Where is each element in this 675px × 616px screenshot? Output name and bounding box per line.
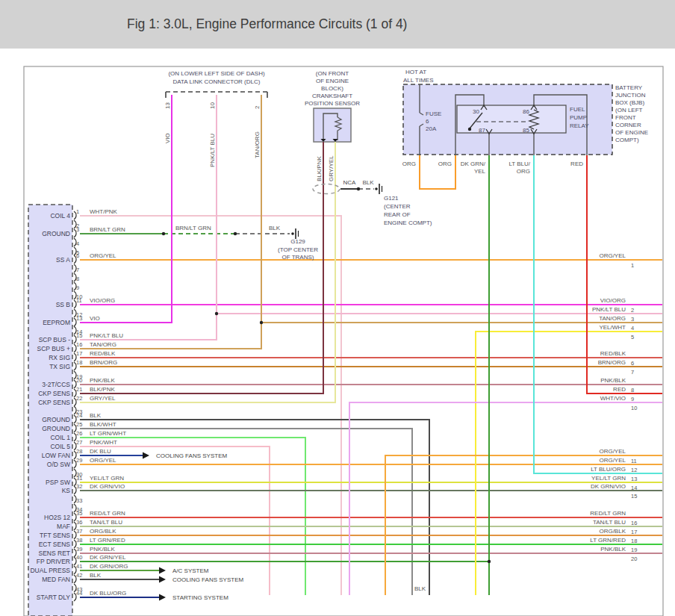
diagram-label: (TOP CENTER (278, 246, 318, 253)
diagram-label: CORNER (615, 122, 641, 128)
pin-name: LOW FAN (42, 452, 70, 459)
diagram-label: PNK/LT BLU (209, 134, 216, 167)
diagram-label: VIO (164, 133, 171, 143)
pin-number: 4 (76, 240, 79, 247)
wire-color-label: PNK/LT BLU (90, 332, 123, 339)
diagram-label: PUMP (570, 114, 587, 121)
wire-color-label: RED/BLK (90, 350, 116, 357)
pin-name: ECT SENS (39, 541, 71, 548)
wire-color-label: BRN/LT GRN (90, 226, 125, 233)
diagram-label: COMPT) (615, 137, 639, 143)
pin-name: MED FAN (42, 576, 70, 583)
exit-number: 5 (631, 334, 634, 340)
arrowhead-icon (159, 576, 166, 583)
exit-number: 10 (631, 405, 637, 411)
exit-number: 14 (631, 485, 637, 491)
pin-name: HO2S 12 (44, 514, 70, 521)
wire-color-label: DK GRN/YEL (90, 554, 126, 561)
exit-wire-label: TAN/ORG (599, 315, 626, 322)
wire-color-label: ORG/BLK (90, 528, 116, 535)
wire-tan-org-pin16-dlc (80, 95, 261, 349)
pin-name: PSP SW (46, 479, 70, 486)
diagram-label: POSITION SENSOR (305, 100, 360, 107)
pin-number: 40 (76, 554, 82, 561)
arrowhead-icon (143, 452, 149, 459)
pin-name: CKP SENS (38, 399, 70, 406)
pin-number: 9 (76, 284, 79, 291)
diagram-label: COOLING FANS SYSTEM (172, 576, 243, 583)
pin-number: 37 (76, 528, 82, 535)
diagram-label: 13 (164, 102, 171, 109)
junction-dot (488, 560, 491, 563)
diagram-label: ORG (517, 168, 530, 175)
exit-wire-label: VIO/ORG (600, 297, 626, 304)
diagram-label: RELAY (570, 122, 589, 129)
exit-number: 2 (631, 307, 634, 314)
wire-color-label: PNK/BLK (90, 377, 115, 384)
diagram-label: 30 (473, 108, 479, 115)
exit-number: 18 (631, 538, 637, 544)
exit-number: 9 (631, 396, 634, 402)
diagram-label: CRANKSHAFT (312, 93, 352, 99)
diagram-label: (CENTER (384, 203, 411, 210)
exit-wire-label: LT GRN/RED (590, 537, 626, 544)
pin-name: MAF (57, 523, 70, 530)
pin-number: 18 (76, 359, 82, 366)
diagram-label: ALL TIMES (403, 77, 433, 84)
exit-wire-label: YEL/LT GRN (591, 475, 626, 482)
wire-color-label: LT GRN/RED (90, 537, 125, 544)
diagram-label: GRY/YEL (328, 155, 335, 181)
wire-blk-pnk-pin21-ckp (80, 142, 323, 393)
wire-color-label: TAN/ORG (90, 341, 116, 348)
exit-number: 7 (631, 369, 634, 376)
pin-number: 6 (76, 252, 79, 259)
diagram-label: BLOCK) (321, 85, 343, 92)
pin-number: 11 (76, 297, 82, 304)
diagram-label: FRONT (615, 114, 636, 121)
exit-wire-label: RED (613, 386, 626, 393)
diagram-label: G121 (384, 195, 399, 202)
pin-name: RX SIG (49, 354, 70, 361)
pin-name: O/D SW (47, 461, 70, 468)
pin-number: 33 (76, 497, 82, 504)
pin-number: 24 (76, 412, 82, 419)
wire-gry-yel-pin22-ckp (80, 142, 335, 402)
pin-number: 44 (76, 590, 82, 597)
diagram-label: 87 (479, 127, 485, 134)
wire-color-label: YEL/LT GRN (90, 475, 124, 482)
wire-color-label: BLK (90, 572, 102, 579)
pin-name: START DLY (37, 594, 71, 601)
pin-name: SS B (56, 301, 71, 308)
diagram-label: FUSE (426, 111, 441, 117)
pin-name: TX SIG (49, 363, 70, 370)
diagram-label: BLK (362, 179, 374, 186)
diagram-label: (ON FRONT (316, 70, 349, 77)
wire-color-label: BLK/WHT (90, 421, 116, 428)
wire-color-label: PNK/WHT (90, 439, 117, 446)
pin-number: 17 (76, 350, 82, 357)
diagram-label: A/C SYSTEM (172, 567, 209, 574)
pin-name: SCP BUS - (39, 336, 71, 343)
wire-color-label: RED/LT GRN (90, 510, 125, 517)
wire-color-label: VIO (90, 315, 100, 322)
wire-color-label: BLK/PNK (90, 386, 115, 393)
pin-name: DUAL PRESS (30, 567, 70, 574)
exit-wire-label: ORG/BLK (599, 528, 626, 535)
wire-color-label: TAN/LT BLU (90, 519, 122, 526)
pin-name: TFT SENS (40, 532, 70, 539)
pin-number: 25 (76, 421, 82, 428)
exit-wire-label: PNK/BLK (600, 546, 626, 553)
pin-number: 1 (76, 208, 79, 215)
diagram-label: 20A (426, 125, 437, 132)
pin-name: COIL 4 (50, 212, 70, 220)
diagram-label: DATA LINK CONNECTOR (DLC) (173, 78, 261, 85)
exit-number: 1 (631, 262, 634, 269)
exit-number: 3 (631, 316, 634, 323)
exit-wire-label: BRN/ORG (598, 359, 626, 366)
junction-dot (260, 321, 263, 324)
exit-wire-label: ORG/YEL (599, 448, 626, 455)
diagram-label: TAN/ORG (254, 131, 261, 158)
wiring-diagram-svg: 1COIL 4WHT/PNK23GROUNDBRN/LT GRN456SS AO… (0, 0, 675, 616)
diagram-label: HOT AT (405, 69, 426, 75)
wire-color-label: DK BLU/ORG (90, 590, 126, 597)
